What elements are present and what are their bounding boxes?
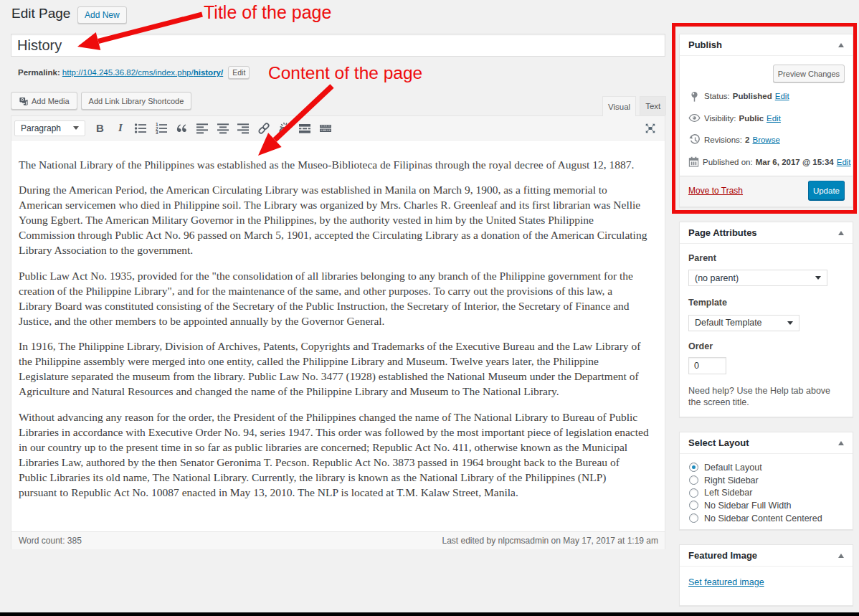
edit-permalink-button[interactable]: Edit xyxy=(228,66,250,79)
annotation-highlight-rectangle xyxy=(672,23,857,214)
layout-option-no-sidebar-centered[interactable]: No Sidebar Content Centered xyxy=(689,512,844,525)
parent-select[interactable]: (no parent) xyxy=(688,270,827,286)
parent-label: Parent xyxy=(688,253,844,263)
content-editor: Paragraph B I 123 xyxy=(11,115,665,549)
last-edited: Last edited by nlpcmsadmin on May 17, 20… xyxy=(442,536,658,546)
remove-link-button[interactable] xyxy=(274,118,295,138)
content-paragraph: Public Law Act No. 1935, provided for th… xyxy=(19,268,653,328)
align-right-icon xyxy=(236,121,250,136)
editor-status-bar: Word count: 385 Last edited by nlpcmsadm… xyxy=(11,531,665,549)
window-bottom-edge xyxy=(0,612,859,616)
permalink-row: Permalink: http://104.245.36.82/cms/inde… xyxy=(18,65,250,80)
radio-icon[interactable] xyxy=(689,501,698,510)
toolbar-toggle-icon xyxy=(318,121,333,136)
toolbar-toggle-button[interactable] xyxy=(315,118,336,138)
insert-link-button[interactable] xyxy=(254,118,275,138)
select-layout-panel: Select Layout Default Layout Right Sideb… xyxy=(679,432,853,530)
page-attributes-help: Need help? Use the Help tab above the sc… xyxy=(688,385,839,408)
page-title-input[interactable] xyxy=(11,34,665,57)
align-center-button[interactable] xyxy=(213,118,234,138)
bold-button[interactable]: B xyxy=(90,118,110,138)
numbered-list-icon: 123 xyxy=(154,121,169,136)
bulleted-list-button[interactable] xyxy=(130,118,151,138)
tab-text[interactable]: Text xyxy=(640,96,666,115)
radio-icon[interactable] xyxy=(689,475,698,485)
editor-mode-tabs: Visual Text xyxy=(602,96,666,116)
distraction-free-button[interactable] xyxy=(642,118,659,138)
radio-icon[interactable] xyxy=(689,513,698,523)
media-buttons-row: Add Media Add Link Library Shortcode xyxy=(11,92,191,110)
featured-image-title: Featured Image xyxy=(680,545,853,567)
unlink-icon xyxy=(277,121,292,136)
page-title: Edit Page xyxy=(11,3,70,24)
svg-text:3: 3 xyxy=(156,130,158,135)
editor-content[interactable]: The National Library of the Philippines … xyxy=(11,141,665,531)
chevron-down-icon xyxy=(787,321,793,325)
set-featured-image-link[interactable]: Set featured image xyxy=(688,577,764,587)
link-icon xyxy=(257,121,271,136)
annotation-title-note: Title of the page xyxy=(204,2,331,23)
toolbar-buttons: B I 123 xyxy=(90,118,336,138)
numbered-list-button[interactable]: 123 xyxy=(151,118,172,138)
featured-image-panel: Featured Image Set featured image xyxy=(679,544,853,606)
layout-option-left-sidebar[interactable]: Left Sidebar xyxy=(689,486,844,499)
bulleted-list-icon xyxy=(133,121,148,136)
order-label: Order xyxy=(688,341,844,351)
align-left-button[interactable] xyxy=(192,118,213,138)
collapse-toggle-icon[interactable] xyxy=(838,231,844,235)
fullscreen-icon xyxy=(645,123,656,134)
page-attributes-panel: Page Attributes Parent (no parent) Templ… xyxy=(679,222,853,417)
content-paragraph: The National Library of the Philippines … xyxy=(19,157,653,172)
media-icon xyxy=(19,96,29,106)
content-paragraph: Without advancing any reason for the ord… xyxy=(19,409,653,500)
layout-options: Default Layout Right Sidebar Left Sideba… xyxy=(680,454,853,524)
template-label: Template xyxy=(688,298,844,308)
select-layout-title: Select Layout xyxy=(680,432,853,454)
italic-button[interactable]: I xyxy=(110,118,131,138)
align-left-icon xyxy=(195,121,209,136)
collapse-toggle-icon[interactable] xyxy=(838,554,844,558)
word-count: Word count: 385 xyxy=(19,536,82,546)
blockquote-button[interactable] xyxy=(171,118,192,138)
layout-option-right-sidebar[interactable]: Right Sidebar xyxy=(689,474,844,487)
tab-visual[interactable]: Visual xyxy=(602,96,636,116)
read-more-tag-icon xyxy=(298,121,312,136)
permalink-label: Permalink: xyxy=(18,68,60,77)
editor-toolbar: Paragraph B I 123 xyxy=(11,116,665,141)
align-center-icon xyxy=(216,121,230,136)
chevron-down-icon xyxy=(73,126,79,130)
blockquote-icon xyxy=(175,121,189,136)
radio-selected-icon[interactable] xyxy=(689,463,698,472)
layout-option-no-sidebar-full[interactable]: No Sidebar Full Width xyxy=(689,499,844,512)
chevron-down-icon xyxy=(815,276,821,280)
template-select[interactable]: Default Template xyxy=(688,315,799,331)
page-attributes-title: Page Attributes xyxy=(680,222,853,244)
layout-option-default[interactable]: Default Layout xyxy=(689,461,844,474)
add-media-button[interactable]: Add Media xyxy=(11,92,77,110)
page-header: Edit Page xyxy=(11,3,70,24)
wordpress-edit-page-screen: Edit Page Add New Permalink: http://104.… xyxy=(0,0,859,616)
content-paragraph: In 1916, The Philippine Library, Divisio… xyxy=(19,338,653,399)
content-paragraph: During the American Period, the American… xyxy=(19,182,653,257)
order-input[interactable] xyxy=(688,357,726,374)
permalink-link[interactable]: http://104.245.36.82/cms/index.php/histo… xyxy=(62,68,223,77)
add-link-library-shortcode-button[interactable]: Add Link Library Shortcode xyxy=(81,92,192,110)
insert-read-more-button[interactable] xyxy=(295,118,315,138)
add-new-button[interactable]: Add New xyxy=(77,6,127,24)
annotation-content-note: Content of the page xyxy=(268,63,422,83)
collapse-toggle-icon[interactable] xyxy=(838,441,844,445)
block-format-select[interactable]: Paragraph xyxy=(14,120,85,136)
radio-icon[interactable] xyxy=(689,488,698,498)
align-right-button[interactable] xyxy=(233,118,254,138)
